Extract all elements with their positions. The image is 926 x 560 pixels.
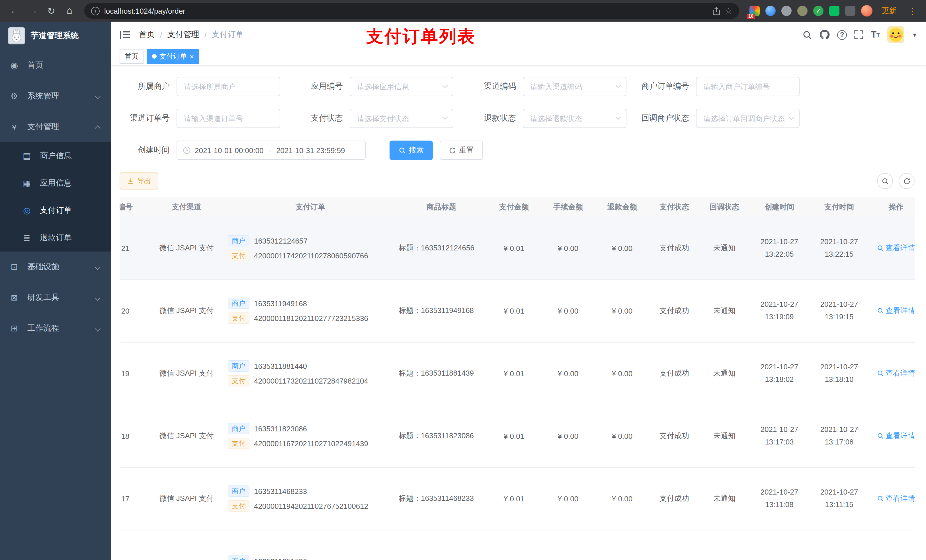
font-size-icon[interactable]: TT bbox=[871, 30, 880, 40]
view-detail-link[interactable]: 查看详情 bbox=[877, 494, 915, 504]
create-time-range-picker[interactable]: 2021-10-01 00:00:00 - 2021-10-31 23:59:5… bbox=[177, 140, 366, 160]
app-filter-label: 应用编号 bbox=[293, 82, 350, 92]
view-detail-link[interactable]: 查看详情 bbox=[877, 243, 915, 253]
datetime-line: 2021-10-27 bbox=[752, 361, 806, 373]
channel-code-filter-select[interactable] bbox=[523, 77, 626, 96]
pay-status-filter-label: 支付状态 bbox=[293, 113, 350, 124]
view-detail-link[interactable]: 查看详情 bbox=[877, 431, 915, 441]
browser-menu-icon[interactable]: ⋮ bbox=[905, 5, 919, 16]
user-avatar[interactable] bbox=[887, 26, 904, 43]
reset-button-label: 重置 bbox=[459, 145, 474, 155]
callback-status-filter-select[interactable] bbox=[696, 109, 800, 128]
tab-home[interactable]: 首页 bbox=[120, 49, 144, 64]
chevron-down-icon bbox=[95, 295, 100, 300]
breadcrumb-home[interactable]: 首页 bbox=[139, 30, 155, 40]
site-info-icon[interactable]: i bbox=[91, 6, 100, 15]
export-button[interactable]: 导出 bbox=[120, 172, 158, 190]
browser-update-button[interactable]: 更新 bbox=[878, 5, 900, 17]
pay-status-filter-select[interactable] bbox=[350, 109, 453, 128]
extension-icon-check[interactable]: ✓ bbox=[813, 6, 823, 16]
sidebar-item-label: 退款订单 bbox=[40, 233, 102, 243]
browser-forward-icon[interactable]: → bbox=[25, 3, 41, 19]
create-time-end[interactable]: 2021-10-31 23:59:59 bbox=[276, 146, 345, 154]
browser-refresh-icon[interactable]: ↻ bbox=[43, 3, 59, 19]
channel-order-no-filter-input[interactable] bbox=[177, 109, 280, 128]
sidebar-item-workflow[interactable]: ⊞工作流程 bbox=[0, 313, 111, 344]
sidebar-toggle-icon[interactable] bbox=[120, 29, 131, 41]
sidebar-item-system-management[interactable]: ⚙系统管理 bbox=[0, 81, 111, 112]
create-time-start[interactable]: 2021-10-01 00:00:00 bbox=[195, 146, 263, 154]
sidebar-item-merchant-info[interactable]: ▤商户信息 bbox=[0, 142, 111, 170]
order-line: 商户1635311949168 bbox=[228, 297, 393, 309]
extension-icon-drop[interactable] bbox=[766, 6, 776, 16]
app-filter-select[interactable] bbox=[350, 77, 453, 96]
close-icon[interactable]: × bbox=[190, 53, 194, 60]
browser-home-icon[interactable]: ⌂ bbox=[62, 3, 77, 19]
bookmark-star-icon[interactable]: ☆ bbox=[725, 6, 732, 16]
view-detail-link[interactable]: 查看详情 bbox=[877, 306, 915, 316]
chevron-down-icon bbox=[95, 264, 100, 270]
browser-profile-avatar[interactable] bbox=[861, 5, 873, 17]
table-cell bbox=[869, 530, 915, 560]
pay-tag: 支付 bbox=[228, 312, 250, 324]
order-line: 支付4200001181202110277723215336 bbox=[228, 312, 393, 324]
address-bar[interactable]: i localhost:1024/pay/order ☆ bbox=[84, 3, 739, 19]
order-line: 支付4200001194202110276752100612 bbox=[228, 500, 393, 512]
sidebar-item-payment-management[interactable]: ¥支付管理 bbox=[0, 112, 111, 142]
table-cell bbox=[699, 530, 749, 560]
search-button[interactable]: 搜索 bbox=[390, 140, 433, 160]
sidebar-item-dev-tools[interactable]: ⊠研发工具 bbox=[0, 282, 111, 313]
cell-notify-status: 未通知 bbox=[699, 279, 749, 342]
cell-actions: 查看详情 bbox=[869, 342, 915, 405]
cell-channel: 微信 JSAPI 支付 bbox=[148, 405, 225, 467]
cell-amount: ¥ 0.01 bbox=[487, 405, 541, 467]
toggle-search-button[interactable] bbox=[877, 173, 893, 189]
view-detail-link[interactable]: 查看详情 bbox=[877, 368, 915, 379]
extension-icon-olive[interactable] bbox=[797, 6, 808, 16]
sidebar-item-label: 研发工具 bbox=[27, 293, 88, 303]
extensions-pin-icon[interactable] bbox=[845, 6, 855, 16]
sidebar-logo-row[interactable]: 芋道管理系统 bbox=[0, 22, 111, 50]
header-search-icon[interactable] bbox=[802, 30, 812, 39]
order-line: 支付4200001174202110278060590766 bbox=[228, 250, 393, 261]
table-cell bbox=[487, 530, 541, 560]
extension-icon-colorful[interactable]: 10 bbox=[749, 6, 760, 16]
cell-refund: ¥ 0.00 bbox=[595, 342, 649, 405]
order-number: 1635311468233 bbox=[254, 487, 307, 495]
sidebar-item-home[interactable]: ◉首页 bbox=[0, 50, 111, 81]
tab-pay-order[interactable]: 支付订单 × bbox=[147, 49, 199, 64]
browser-back-icon[interactable]: ← bbox=[7, 3, 23, 19]
extension-icon-gray[interactable] bbox=[781, 6, 791, 16]
url-text[interactable]: localhost:1024/pay/order bbox=[104, 6, 185, 15]
github-icon[interactable] bbox=[820, 30, 830, 40]
cell-fee: ¥ 0.00 bbox=[541, 467, 595, 530]
pay-status-filter: 支付状态 bbox=[293, 109, 453, 128]
sidebar-item-refund-order[interactable]: ≣退款订单 bbox=[0, 224, 111, 252]
merchant-order-no-filter-input[interactable] bbox=[696, 77, 800, 96]
order-number: 1635311823086 bbox=[254, 424, 307, 433]
reset-button[interactable]: 重置 bbox=[440, 140, 483, 160]
sidebar-item-pay-order[interactable]: ◎支付订单 bbox=[0, 197, 111, 224]
fullscreen-icon[interactable] bbox=[854, 30, 863, 39]
cell-status: 支付成功 bbox=[649, 217, 699, 279]
refresh-icon bbox=[449, 146, 456, 154]
search-icon bbox=[881, 177, 889, 185]
sidebar-item-infrastructure[interactable]: ⊡基础设施 bbox=[0, 252, 111, 282]
breadcrumb-payment[interactable]: 支付管理 bbox=[168, 30, 199, 40]
refresh-table-button[interactable] bbox=[899, 173, 915, 189]
extension-icon-green-square[interactable] bbox=[829, 6, 840, 16]
table-cell bbox=[120, 530, 148, 560]
sidebar-item-label: 商户信息 bbox=[40, 151, 102, 161]
avatar-caret-icon[interactable]: ▼ bbox=[912, 32, 917, 38]
merchant-filter-input[interactable] bbox=[177, 77, 280, 96]
tab-home-label: 首页 bbox=[125, 51, 138, 61]
datetime-line: 13:22:05 bbox=[752, 248, 806, 261]
sidebar-item-app-info[interactable]: ▦应用信息 bbox=[0, 170, 111, 197]
order-line: 商户1635311351796 bbox=[228, 555, 393, 560]
callback-status-filter: 回调商户状态 bbox=[639, 109, 800, 128]
help-icon[interactable]: ? bbox=[837, 30, 847, 39]
refund-status-filter-control bbox=[523, 109, 626, 128]
refund-status-filter-select[interactable] bbox=[523, 109, 626, 128]
datetime-line: 13:18:10 bbox=[812, 373, 866, 386]
share-icon[interactable] bbox=[712, 6, 720, 15]
